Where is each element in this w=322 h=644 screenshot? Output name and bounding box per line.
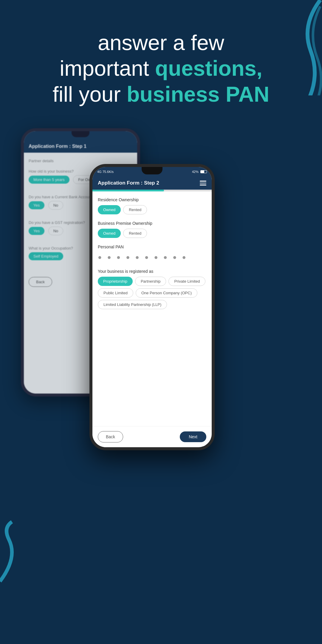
business-registration-section: Your business is registered as Proprieto… <box>98 269 206 309</box>
chip-proprietorship[interactable]: Proprietorship <box>98 277 133 286</box>
hero-line3-prefix: fill your <box>53 82 127 106</box>
phone-back-notch <box>72 131 89 137</box>
residence-ownership-label: Residence Ownership <box>98 197 206 202</box>
next-button[interactable]: Next <box>180 431 206 442</box>
hero-line1: answer a few <box>18 30 304 55</box>
residence-rented-chip[interactable]: Rented <box>123 205 147 214</box>
battery-fill <box>201 171 204 173</box>
chip-partnership[interactable]: Partnership <box>135 277 166 286</box>
business-rented-chip[interactable]: Rented <box>123 229 147 238</box>
chip-opc[interactable]: One Person Company (OPC) <box>136 288 197 298</box>
business-premise-label: Business Premise Ownership <box>98 221 206 226</box>
back-button[interactable]: Back <box>98 431 123 442</box>
hamburger-icon[interactable] <box>200 181 206 185</box>
form-content: Residence Ownership Owned Rented Busines… <box>92 191 212 426</box>
battery-icon <box>200 170 207 173</box>
hero-line2: important questions, <box>18 55 304 81</box>
personal-pan-value: ● ● ● ● ● ● ● ● ● ● <box>98 252 206 262</box>
chip-llp[interactable]: Limited Liability Partnership (LLP) <box>98 300 167 309</box>
phone-front-notch <box>142 167 162 174</box>
app-header: Application Form : Step 2 <box>92 177 212 190</box>
phone-front-screen: 4G 75.6K/s 3:27 PM 42% Application Form … <box>92 167 212 447</box>
hero-section: answer a few important questions, fill y… <box>0 30 322 107</box>
business-registration-label: Your business is registered as <box>98 269 206 274</box>
status-network: 4G 75.6K/s <box>97 170 114 174</box>
phones-area: Application Form : Step 1 Partner detail… <box>15 113 307 620</box>
business-owned-chip[interactable]: Owned <box>98 229 121 238</box>
personal-pan-label: Personal PAN <box>98 244 206 249</box>
chip-private-limited[interactable]: Private Limited <box>168 277 205 286</box>
app-header-title: Application Form : Step 2 <box>98 180 159 186</box>
hero-line2-prefix: important <box>60 56 155 80</box>
business-premise-section: Business Premise Ownership Owned Rented <box>98 221 206 238</box>
hero-line3-highlight: business PAN <box>127 82 270 106</box>
business-registration-options: Proprietorship Partnership Private Limit… <box>98 277 206 309</box>
residence-ownership-options: Owned Rented <box>98 205 206 214</box>
business-premise-options: Owned Rented <box>98 229 206 238</box>
personal-pan-section: Personal PAN ● ● ● ● ● ● ● ● ● ● <box>98 244 206 262</box>
form-footer: Back Next <box>92 426 212 447</box>
status-battery-text: 42% <box>192 170 199 174</box>
residence-owned-chip[interactable]: Owned <box>98 205 121 214</box>
hero-line3: fill your business PAN <box>18 81 304 107</box>
residence-ownership-section: Residence Ownership Owned Rented <box>98 197 206 214</box>
status-right: 42% <box>192 170 207 174</box>
chip-public-limited[interactable]: Public Limited <box>98 288 133 298</box>
phone-front: 4G 75.6K/s 3:27 PM 42% Application Form … <box>89 164 215 450</box>
phone-back-header: Application Form : Step 1 <box>24 140 137 153</box>
status-left: 4G 75.6K/s <box>97 170 114 174</box>
phone-back-title: Application Form : Step 1 <box>29 144 86 149</box>
hero-line2-highlight: questions, <box>155 56 262 80</box>
